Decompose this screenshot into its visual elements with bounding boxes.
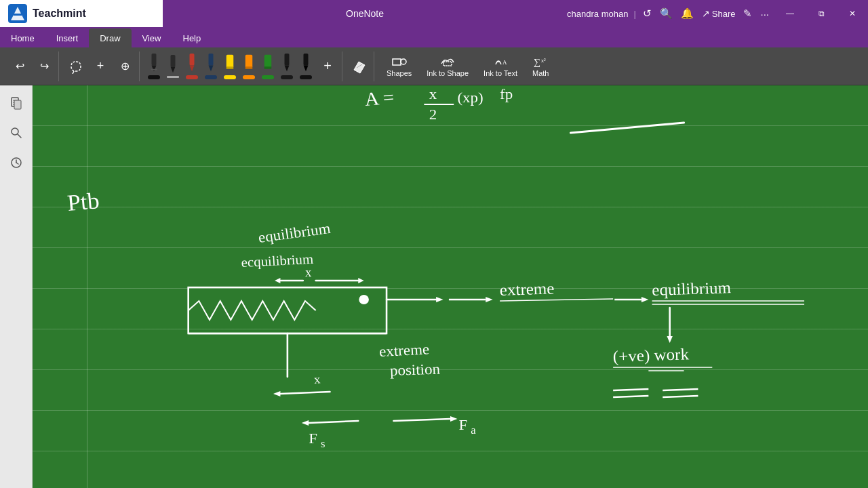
user-name: chandra mohan: [567, 9, 628, 19]
undo-button[interactable]: ↩: [8, 55, 31, 78]
svg-text:ecquilibrium: ecquilibrium: [241, 251, 314, 270]
svg-marker-7: [171, 66, 176, 73]
svg-line-82: [613, 396, 648, 397]
logo-text: Teachmint: [33, 7, 86, 20]
pen-dark-1[interactable]: [278, 52, 296, 81]
svg-text:Ptb: Ptb: [66, 188, 100, 216]
add-button[interactable]: +: [89, 55, 112, 78]
svg-rect-24: [393, 59, 401, 65]
svg-marker-9: [190, 65, 195, 71]
left-sidebar: [0, 85, 33, 488]
svg-line-37: [18, 134, 21, 138]
svg-rect-6: [171, 55, 176, 67]
move-button[interactable]: ⊕: [113, 55, 136, 78]
svg-rect-15: [245, 66, 253, 69]
share-button[interactable]: ↗ Share: [702, 8, 736, 19]
add-pen-button[interactable]: +: [316, 55, 339, 78]
ink-to-text-label: Ink to Text: [484, 69, 517, 77]
edit-icon[interactable]: ✎: [743, 7, 752, 20]
app-title: OneNote: [163, 8, 567, 19]
search-sidebar-icon[interactable]: [4, 121, 28, 145]
svg-rect-20: [304, 54, 309, 66]
teachmint-logo: [8, 4, 27, 23]
pen-tools-group: +: [142, 52, 342, 81]
divider: |: [633, 9, 635, 19]
window-controls: — ⧉ ✕: [774, 0, 868, 27]
svg-marker-4: [152, 65, 157, 71]
more-icon[interactable]: ···: [760, 8, 769, 20]
svg-rect-16: [264, 54, 272, 67]
eraser-group: [345, 52, 374, 81]
svg-text:fp: fp: [500, 85, 513, 102]
svg-rect-56: [189, 287, 387, 333]
svg-text:extreme: extreme: [379, 341, 430, 360]
svg-marker-55: [358, 278, 363, 283]
undo-redo-group: ↩ ↪: [5, 52, 59, 81]
svg-line-70: [500, 299, 613, 301]
pen-black-2[interactable]: [164, 52, 182, 81]
tab-insert[interactable]: Insert: [45, 28, 90, 47]
search-top-icon[interactable]: 🔍: [660, 7, 673, 20]
svg-text:equilibrium: equilibrium: [257, 220, 332, 246]
logo-area: Teachmint: [0, 0, 163, 27]
lasso-button[interactable]: [64, 55, 87, 78]
svg-text:F: F: [459, 416, 468, 432]
shapes-button[interactable]: Shapes: [380, 52, 418, 81]
svg-marker-61: [436, 297, 443, 302]
minimize-button[interactable]: —: [774, 0, 806, 27]
svg-text:A =: A =: [363, 86, 395, 110]
pen-green[interactable]: [259, 52, 277, 81]
ink-to-text-button[interactable]: A Ink to Text: [477, 52, 524, 81]
svg-rect-17: [264, 66, 272, 69]
svg-marker-22: [354, 62, 365, 73]
ink-to-shape-button[interactable]: Ink to Shape: [420, 52, 475, 81]
svg-point-25: [401, 59, 406, 64]
tab-home[interactable]: Home: [0, 28, 45, 47]
bell-icon[interactable]: 🔔: [681, 7, 694, 20]
tab-draw[interactable]: Draw: [89, 28, 131, 47]
svg-rect-10: [209, 54, 214, 66]
recent-icon[interactable]: [4, 150, 28, 175]
titlebar: Teachmint OneNote chandra mohan | ↺ 🔍 🔔 …: [0, 0, 868, 27]
svg-text:∑: ∑: [534, 57, 540, 67]
tab-view[interactable]: View: [132, 28, 172, 47]
svg-rect-18: [285, 54, 290, 66]
svg-point-57: [359, 295, 369, 304]
svg-line-89: [393, 419, 450, 421]
main-area: A = x 2 (xp) fp Ptb equilibrium ecquilib…: [0, 85, 868, 488]
svg-text:(xp): (xp): [457, 89, 483, 105]
svg-text:position: position: [390, 361, 441, 379]
math-label: Math: [532, 69, 549, 77]
pen-dark-2[interactable]: [297, 52, 315, 81]
ribbon-tabs: Home Insert Draw View Help: [0, 27, 868, 47]
eraser-button[interactable]: [348, 55, 371, 78]
toolbar: ↩ ↪ + ⊕: [0, 47, 868, 85]
redo-button[interactable]: ↪: [33, 55, 56, 78]
canvas-area[interactable]: A = x 2 (xp) fp Ptb equilibrium ecquilib…: [33, 85, 868, 488]
svg-rect-2: [14, 14, 22, 16]
svg-text:s: s: [321, 437, 326, 450]
pen-orange[interactable]: [240, 52, 258, 81]
refresh-icon[interactable]: ↺: [643, 7, 652, 20]
math-button[interactable]: ∑ x² Math: [526, 52, 555, 81]
maximize-button[interactable]: ⧉: [806, 0, 837, 27]
svg-text:A: A: [502, 59, 507, 66]
pen-dark-blue[interactable]: [202, 52, 220, 81]
tab-help[interactable]: Help: [172, 28, 212, 47]
pages-icon[interactable]: [4, 91, 28, 115]
svg-marker-68: [486, 297, 492, 302]
svg-line-40: [16, 163, 18, 164]
pen-black[interactable]: [145, 52, 163, 81]
close-button[interactable]: ✕: [837, 0, 868, 27]
svg-text:equilibrium: equilibrium: [652, 279, 732, 299]
svg-line-83: [663, 389, 698, 390]
svg-line-47: [570, 123, 684, 133]
pen-red[interactable]: [183, 52, 201, 81]
svg-marker-86: [302, 420, 309, 426]
svg-marker-90: [450, 416, 457, 422]
svg-rect-8: [190, 54, 195, 66]
pen-yellow[interactable]: [221, 52, 239, 81]
svg-rect-3: [152, 54, 157, 66]
svg-marker-19: [285, 65, 290, 71]
ink-content: A = x 2 (xp) fp Ptb equilibrium ecquilib…: [33, 85, 868, 488]
